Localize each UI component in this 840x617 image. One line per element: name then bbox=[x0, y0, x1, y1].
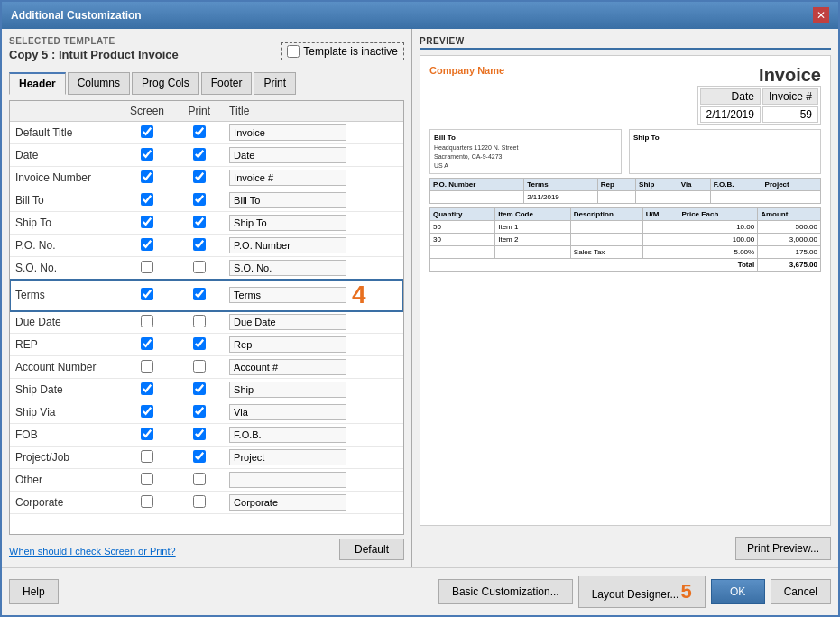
basic-customization-button[interactable]: Basic Customization... bbox=[438, 579, 573, 604]
template-inactive-checkbox[interactable] bbox=[287, 45, 300, 58]
hint-link[interactable]: When should I check Screen or Print? bbox=[9, 546, 176, 557]
title-input-bill-to[interactable] bbox=[224, 189, 403, 212]
print-preview-button[interactable]: Print Preview... bbox=[735, 537, 831, 560]
print-check-default-title[interactable] bbox=[174, 122, 224, 144]
print-preview-row: Print Preview... bbox=[420, 531, 831, 560]
title-input-po-no[interactable] bbox=[224, 235, 403, 257]
tab-print[interactable]: Print bbox=[254, 72, 296, 95]
screen-check-due-date[interactable] bbox=[120, 311, 175, 334]
screen-check-terms[interactable] bbox=[120, 280, 175, 311]
ok-button[interactable]: OK bbox=[711, 579, 765, 604]
close-button[interactable]: ✕ bbox=[813, 7, 829, 23]
print-check-account-number[interactable] bbox=[174, 356, 224, 379]
screen-check-date[interactable] bbox=[120, 144, 175, 167]
title-input-ship-date[interactable] bbox=[224, 379, 403, 401]
screen-check-rep[interactable] bbox=[120, 334, 175, 356]
print-check-other[interactable] bbox=[174, 469, 224, 492]
inv-item-qty-tax bbox=[430, 246, 495, 259]
print-check-invoice-number[interactable] bbox=[174, 167, 224, 189]
additional-customization-dialog: Additional Customization ✕ SELECTED TEMP… bbox=[0, 0, 840, 617]
field-name-ship-via: Ship Via bbox=[10, 401, 120, 424]
inv-item-um-2 bbox=[642, 234, 678, 246]
item-col-code: Item Code bbox=[495, 208, 571, 221]
title-input-account-number[interactable] bbox=[224, 356, 403, 379]
screen-check-account-number[interactable] bbox=[120, 356, 175, 379]
screen-check-corporate[interactable] bbox=[120, 492, 175, 514]
screen-check-so-no[interactable] bbox=[120, 257, 175, 280]
dialog-title: Additional Customization bbox=[11, 9, 142, 22]
print-check-date[interactable] bbox=[174, 144, 224, 167]
print-check-ship-to[interactable] bbox=[174, 212, 224, 235]
screen-check-project-job[interactable] bbox=[120, 447, 175, 469]
table-row: Invoice Number bbox=[10, 167, 403, 189]
field-name-ship-date: Ship Date bbox=[10, 379, 120, 401]
title-input-corporate[interactable] bbox=[224, 492, 403, 514]
po-col-fob: F.O.B. bbox=[710, 179, 762, 191]
inv-company-name: Company Name bbox=[429, 65, 504, 76]
screen-check-ship-date[interactable] bbox=[120, 379, 175, 401]
inv-item-code-1: Item 1 bbox=[495, 221, 571, 234]
print-check-so-no[interactable] bbox=[174, 257, 224, 280]
screen-check-default-title[interactable] bbox=[120, 122, 175, 144]
table-row: Ship Via bbox=[10, 401, 403, 424]
title-input-ship-via[interactable] bbox=[224, 401, 403, 424]
inv-items-table: Quantity Item Code Description U/M Price… bbox=[429, 207, 821, 272]
print-check-corporate[interactable] bbox=[174, 492, 224, 514]
print-check-project-job[interactable] bbox=[174, 447, 224, 469]
title-input-project-job[interactable] bbox=[224, 447, 403, 469]
print-check-po-no[interactable] bbox=[174, 235, 224, 257]
title-input-invoice-number[interactable] bbox=[224, 167, 403, 189]
inv-bill-to-label: Bill To bbox=[434, 134, 617, 142]
tab-header[interactable]: Header bbox=[9, 72, 66, 95]
inv-right-header: Invoice Date Invoice # 2/11/2019 59 bbox=[697, 65, 821, 125]
screen-check-fob[interactable] bbox=[120, 424, 175, 447]
tab-footer[interactable]: Footer bbox=[201, 72, 253, 95]
layout-designer-button[interactable]: Layout Designer...5 bbox=[578, 576, 706, 608]
screen-check-invoice-number[interactable] bbox=[120, 167, 175, 189]
field-name-so-no: S.O. No. bbox=[10, 257, 120, 280]
inv-title-row: Company Name Invoice Date Invoice # 2/11… bbox=[429, 65, 821, 125]
screen-check-bill-to[interactable] bbox=[120, 189, 175, 212]
title-input-terms[interactable]: 4 bbox=[224, 280, 403, 310]
print-check-fob[interactable] bbox=[174, 424, 224, 447]
cancel-button[interactable]: Cancel bbox=[771, 579, 831, 604]
print-check-ship-via[interactable] bbox=[174, 401, 224, 424]
po-val-terms: 2/11/2019 bbox=[524, 191, 598, 204]
help-button[interactable]: Help bbox=[9, 579, 59, 604]
tab-columns[interactable]: Columns bbox=[68, 72, 130, 95]
print-check-due-date[interactable] bbox=[174, 311, 224, 334]
tab-prog-cols[interactable]: Prog Cols bbox=[132, 72, 199, 95]
table-row: FOB bbox=[10, 424, 403, 447]
title-input-ship-to[interactable] bbox=[224, 212, 403, 235]
col-title-header: Title bbox=[224, 101, 403, 122]
title-input-due-date[interactable] bbox=[224, 311, 403, 334]
screen-check-ship-via[interactable] bbox=[120, 401, 175, 424]
title-input-fob[interactable] bbox=[224, 424, 403, 447]
screen-check-po-no[interactable] bbox=[120, 235, 175, 257]
inv-bill-ship: Bill To Headquarters 11220 N. StreetSacr… bbox=[429, 129, 821, 174]
inv-total-val: 3,675.00 bbox=[758, 259, 821, 272]
col-print-header: Print bbox=[174, 101, 224, 122]
print-check-rep[interactable] bbox=[174, 334, 224, 356]
print-check-bill-to[interactable] bbox=[174, 189, 224, 212]
screen-check-other[interactable] bbox=[120, 469, 175, 492]
print-check-ship-date[interactable] bbox=[174, 379, 224, 401]
title-input-other[interactable] bbox=[224, 469, 403, 492]
po-col-ship: Ship bbox=[636, 179, 678, 191]
title-input-rep[interactable] bbox=[224, 334, 403, 356]
inv-item-row-2: 30 Item 2 100.00 3,000.00 bbox=[430, 234, 821, 246]
inv-item-um-tax bbox=[642, 246, 678, 259]
print-check-terms[interactable] bbox=[174, 280, 224, 311]
title-input-date[interactable] bbox=[224, 144, 403, 167]
inv-item-qty-2: 30 bbox=[430, 234, 495, 246]
item-col-price: Price Each bbox=[678, 208, 758, 221]
table-row: Date bbox=[10, 144, 403, 167]
inv-bill-to-addr: Headquarters 11220 N. StreetSacramento, … bbox=[434, 143, 617, 170]
screen-check-ship-to[interactable] bbox=[120, 212, 175, 235]
title-input-so-no[interactable] bbox=[224, 257, 403, 280]
default-button[interactable]: Default bbox=[339, 539, 404, 560]
inv-total-row: Total 3,675.00 bbox=[430, 259, 821, 272]
title-input-default-title[interactable] bbox=[224, 122, 403, 144]
table-row: Default Title bbox=[10, 122, 403, 144]
inv-po-table: P.O. Number Terms Rep Ship Via F.O.B. Pr… bbox=[429, 178, 821, 204]
